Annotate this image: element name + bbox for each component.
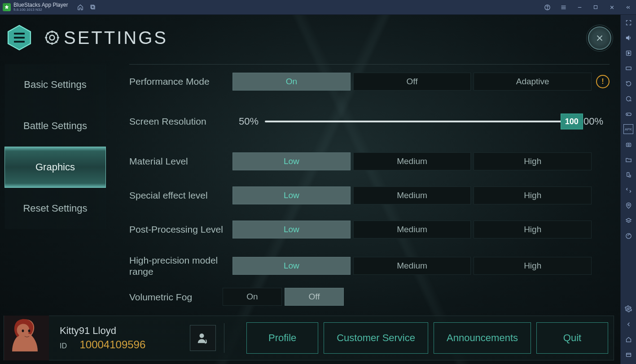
gear-icon[interactable]	[623, 304, 633, 314]
row-post-processing-level: Post-Processing Level Low Medium High	[117, 212, 614, 247]
post-high[interactable]: High	[474, 221, 592, 238]
game-viewport: SETTINGS Basic Settings Battle Settings …	[0, 15, 620, 364]
tab-reset-settings[interactable]: Reset Settings	[4, 188, 106, 229]
svg-rect-8	[594, 6, 597, 9]
home-nav-icon[interactable]	[623, 334, 633, 344]
svg-rect-21	[626, 143, 631, 147]
svg-marker-13	[628, 52, 630, 54]
hpmr-high[interactable]: High	[474, 257, 592, 275]
svg-rect-18	[626, 113, 631, 116]
svg-point-26	[626, 233, 631, 238]
segment-special-effect-level: Low Medium High	[232, 186, 592, 204]
material-low[interactable]: Low	[232, 152, 351, 170]
back-icon[interactable]	[623, 319, 633, 329]
eco-icon[interactable]	[623, 231, 633, 241]
close-window-icon[interactable]	[604, 0, 620, 15]
sfx-high[interactable]: High	[474, 186, 592, 204]
perf-mode-adaptive[interactable]: Adaptive	[474, 73, 592, 91]
collapse-sidebar-icon[interactable]	[620, 0, 636, 15]
close-settings-button[interactable]	[588, 26, 611, 50]
svg-line-34	[597, 36, 602, 41]
titlebar-title: BlueStacks App Player 5.8.100.1013 N32	[13, 2, 68, 12]
vfog-on[interactable]: On	[223, 288, 282, 306]
row-performance-mode: Performance Mode On Off Adaptive !	[117, 65, 614, 99]
rotate-icon[interactable]	[623, 170, 633, 180]
copy-window-icon[interactable]	[87, 0, 99, 15]
row-screen-resolution: Screen Resolution 50% 100 100%	[117, 99, 614, 144]
hpmr-medium[interactable]: Medium	[353, 257, 471, 275]
menu-button[interactable]	[6, 25, 32, 51]
post-low[interactable]: Low	[232, 221, 351, 238]
gamepad-icon[interactable]	[623, 109, 633, 119]
player-bar: Kitty91 Lloyd ID 10004109596 Profile Cus…	[4, 316, 614, 360]
hpmr-low[interactable]: Low	[232, 257, 351, 275]
hamburger-icon[interactable]	[555, 0, 571, 15]
keyboard-icon[interactable]	[623, 63, 633, 73]
tab-battle-settings[interactable]: Battle Settings	[4, 105, 106, 147]
svg-point-32	[46, 32, 58, 44]
fullscreen-icon[interactable]	[623, 17, 633, 27]
resolution-slider[interactable]: 100	[265, 121, 572, 122]
material-high[interactable]: High	[474, 152, 592, 170]
customer-service-button[interactable]: Customer Service	[324, 322, 428, 354]
announcements-button[interactable]: Announcements	[434, 322, 531, 354]
player-id-label: ID	[60, 342, 67, 350]
svg-line-33	[597, 36, 602, 41]
svg-point-36	[22, 329, 24, 332]
material-medium[interactable]: Medium	[353, 152, 471, 170]
perf-mode-on[interactable]: On	[232, 73, 351, 91]
label-screen-resolution: Screen Resolution	[129, 116, 232, 127]
bluestacks-side-toolbar: APK	[620, 15, 636, 364]
settings-title: SETTINGS	[64, 28, 168, 48]
player-id: 10004109596	[79, 338, 145, 351]
switch-account-button[interactable]	[190, 325, 216, 351]
segment-post-processing-level: Low Medium High	[232, 221, 592, 238]
label-material-level: Material Level	[129, 156, 232, 167]
volume-icon[interactable]	[623, 33, 633, 43]
row-material-level: Material Level Low Medium High	[117, 144, 614, 178]
post-medium[interactable]: Medium	[353, 221, 471, 238]
location-icon[interactable]	[623, 200, 633, 210]
apk-icon[interactable]: APK	[623, 124, 633, 134]
svg-point-37	[28, 329, 31, 332]
divider	[224, 323, 224, 353]
tab-basic-settings[interactable]: Basic Settings	[4, 64, 106, 105]
tab-graphics[interactable]: Graphics	[4, 147, 106, 188]
folder-icon[interactable]	[623, 155, 633, 165]
recents-icon[interactable]	[623, 350, 633, 360]
svg-point-31	[50, 35, 55, 40]
shake-icon[interactable]	[623, 185, 633, 195]
help-icon[interactable]	[539, 0, 555, 15]
row-high-precision-model-range: High-precision model range Low Medium Hi…	[117, 247, 614, 285]
svg-rect-14	[626, 67, 631, 69]
minimize-icon[interactable]	[571, 0, 588, 15]
settings-header: SETTINGS	[6, 22, 614, 53]
perf-mode-off[interactable]: Off	[353, 73, 471, 91]
svg-rect-28	[626, 353, 631, 356]
profile-button[interactable]: Profile	[246, 322, 318, 354]
app-version: 5.8.100.1013 N32	[13, 8, 68, 12]
player-info: Kitty91 Lloyd ID 10004109596	[60, 325, 190, 351]
bluestacks-titlebar: BlueStacks App Player 5.8.100.1013 N32	[0, 0, 636, 15]
play-store-icon[interactable]	[623, 48, 633, 58]
segment-volumetric-fog: On Off	[223, 288, 344, 306]
rewind-icon[interactable]	[623, 78, 633, 88]
layers-icon[interactable]	[623, 216, 633, 225]
svg-rect-1	[91, 5, 94, 8]
sync-icon[interactable]	[623, 94, 633, 104]
warning-icon[interactable]: !	[596, 75, 610, 88]
segment-material-level: Low Medium High	[232, 152, 592, 170]
segment-performance-mode: On Off Adaptive	[232, 73, 592, 91]
quit-button[interactable]: Quit	[536, 322, 608, 354]
maximize-icon[interactable]	[588, 0, 604, 15]
label-special-effect-level: Special effect level	[129, 190, 232, 201]
svg-marker-25	[626, 218, 631, 221]
vfog-off[interactable]: Off	[285, 288, 344, 306]
sfx-low[interactable]: Low	[232, 186, 351, 204]
home-icon[interactable]	[74, 0, 87, 15]
sfx-medium[interactable]: Medium	[353, 186, 471, 204]
screenshot-icon[interactable]	[623, 139, 633, 149]
resolution-slider-thumb[interactable]: 100	[561, 114, 583, 130]
row-special-effect-level: Special effect level Low Medium High	[117, 178, 614, 212]
settings-gear-icon	[43, 29, 61, 47]
